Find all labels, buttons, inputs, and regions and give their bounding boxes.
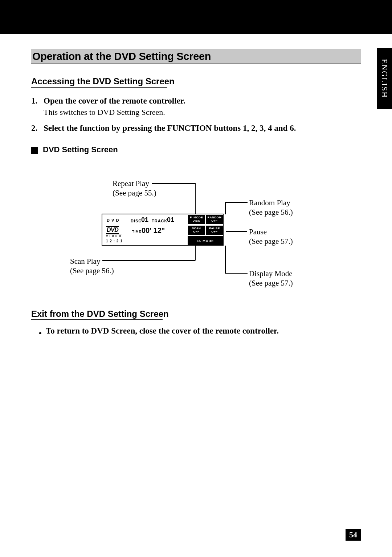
page-number: 54 [346,529,361,541]
callout-scan-l1: Scan Play [70,257,100,266]
step2-text: Select the function by pressing the FUNC… [44,124,296,133]
callout-pause: Pause (See page 57.) [249,227,293,246]
sub-heading-dvd-setting-screen: DVD Setting Screen [43,145,118,154]
softkey-column: P. MODE DISC RANDOM OFF SCAN OFF PAUSE O… [187,214,224,246]
dvd-video-logo: DVD [106,226,119,234]
sk-random-l2: OFF [211,219,218,223]
lcd-screen: D V D DISC 01 TRACK 01 DVD V I D E O 1 2… [102,214,224,246]
heading-accessing-underline [31,87,167,88]
softkey-scan: SCAN OFF [188,225,205,235]
step1-number: 1. [31,96,37,106]
step2-number: 2. [31,124,37,133]
lcd-dvd-label: D V D [107,218,119,222]
callout-repeat: Repeat Play (See page 55.) [113,179,156,198]
lcd-track-num: 01 [167,216,174,224]
dvd-video-sublabel: V I D E O [106,234,122,238]
square-bullet-icon [31,147,38,154]
sk-pause-l2: OFF [211,230,218,234]
bullet-dot: • [39,328,42,338]
callout-pause-l1: Pause [249,227,267,236]
leader-line [195,183,196,214]
lcd-clock: 1 2 : 2 1 [106,239,123,243]
callout-scan-l2: (See page 56.) [70,266,114,275]
step1-desc: This switches to DVD Setting Screen. [44,108,165,117]
heading-exit-underline [31,319,163,320]
language-label: ENGLISH [380,59,389,98]
lcd-time-value: 00' 12" [142,226,165,235]
exit-bullet-text: To return to DVD Screen, close the cover… [46,326,279,336]
main-heading-banner: Operation at the DVD Setting Screen [31,49,361,64]
softkey-pmode: P. MODE DISC [188,214,205,225]
callout-scan: Scan Play (See page 56.) [70,257,114,276]
leader-line [226,231,247,232]
leader-line [225,246,226,273]
leader-line [195,246,196,261]
sk-scan-l2: OFF [193,230,200,234]
leader-line [102,260,195,261]
main-heading-text: Operation at the DVD Setting Screen [32,51,211,62]
softkey-dmode: D. MODE [188,236,224,246]
callout-random-l1: Random Play [249,198,290,207]
step1-text: Open the cover of the remote controller. [44,96,185,106]
callout-pause-l2: (See page 57.) [249,237,293,246]
softkey-random: RANDOM OFF [206,214,223,225]
sk-dmode-label: D. MODE [197,239,214,243]
leader-line [225,202,248,203]
lcd-disc-label: DISC [131,219,142,223]
leader-line [225,273,248,274]
language-tab: ENGLISH [377,48,392,109]
lcd-disc-num: 01 [141,216,148,224]
callout-display-mode: Display Mode (See page 57.) [249,269,293,288]
callout-random: Random Play (See page 56.) [249,198,293,217]
sk-pmode-l2: DISC [192,219,200,223]
callout-repeat-l2: (See page 55.) [113,189,156,197]
lcd-time-label: TIME [132,230,142,233]
top-black-bar [0,0,392,34]
callout-repeat-l1: Repeat Play [113,179,149,188]
heading-accessing: Accessing the DVD Setting Screen [31,76,175,87]
leader-line [225,202,226,214]
leader-line [152,183,195,184]
lcd-track-label: TRACK [152,219,168,223]
callout-dmode-l2: (See page 57.) [249,279,293,287]
softkey-pause: PAUSE OFF [206,225,223,235]
callout-dmode-l1: Display Mode [249,269,293,278]
heading-exit: Exit from the DVD Setting Screen [31,309,169,320]
callout-random-l2: (See page 56.) [249,208,293,217]
